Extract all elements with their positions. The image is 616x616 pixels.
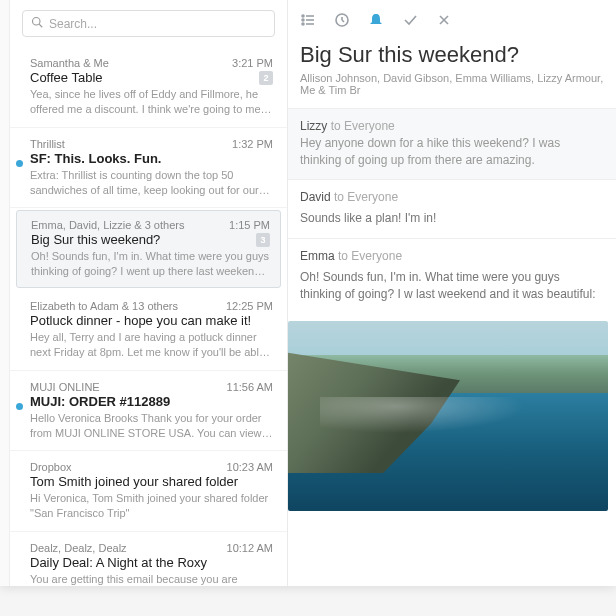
- email-preview: Oh! Sounds fun, I'm in. What time were y…: [31, 249, 270, 279]
- email-time: 1:32 PM: [232, 138, 273, 150]
- message[interactable]: David to EveryoneSounds like a plan! I'm…: [288, 179, 616, 239]
- thread-messages: Lizzy to EveryoneHey anyone down for a h…: [288, 108, 616, 586]
- toolbar: [288, 0, 616, 34]
- email-subject: MUJI: ORDER #112889: [30, 394, 170, 409]
- email-subject: SF: This. Looks. Fun.: [30, 151, 161, 166]
- email-time: 10:23 AM: [227, 461, 273, 473]
- close-icon[interactable]: [436, 12, 452, 28]
- message-header: Lizzy to Everyone: [288, 109, 616, 135]
- message-from: Emma: [300, 249, 338, 263]
- search-icon: [31, 16, 49, 31]
- email-from: Dealz, Dealz, Dealz: [30, 542, 127, 554]
- thread-title: Big Sur this weekend?: [300, 42, 604, 68]
- svg-point-4: [302, 19, 304, 21]
- message-header: Emma to Everyone: [288, 239, 616, 269]
- notify-icon[interactable]: [368, 12, 384, 28]
- content-pane: Big Sur this weekend? Allison Johnson, D…: [288, 0, 616, 586]
- email-item[interactable]: Samantha & Me3:21 PMCoffee Table2Yea, si…: [10, 47, 287, 128]
- email-time: 12:25 PM: [226, 300, 273, 312]
- email-time: 1:15 PM: [229, 219, 270, 231]
- email-item[interactable]: Elizabeth to Adam & 13 others12:25 PMPot…: [10, 290, 287, 371]
- email-item[interactable]: Emma, David, Lizzie & 3 others1:15 PMBig…: [16, 210, 281, 288]
- svg-point-2: [302, 15, 304, 17]
- email-item[interactable]: Thrillist1:32 PMSF: This. Looks. Fun.Ext…: [10, 128, 287, 209]
- email-item[interactable]: Dealz, Dealz, Dealz10:12 AMDaily Deal: A…: [10, 532, 287, 586]
- email-from: Emma, David, Lizzie & 3 others: [31, 219, 184, 231]
- email-subject: Big Sur this weekend?: [31, 232, 160, 247]
- app-window: Samantha & Me3:21 PMCoffee Table2Yea, si…: [0, 0, 616, 586]
- message-header: David to Everyone: [288, 180, 616, 210]
- search-input[interactable]: [49, 17, 266, 31]
- unread-dot-icon: [16, 403, 23, 410]
- email-from: Samantha & Me: [30, 57, 109, 69]
- email-preview: Extra: Thrillist is counting down the to…: [30, 168, 273, 198]
- svg-point-6: [302, 23, 304, 25]
- message-from: David: [300, 190, 334, 204]
- message-image[interactable]: [288, 321, 608, 511]
- email-preview: Hey all, Terry and I are having a potluc…: [30, 330, 273, 360]
- email-list-pane: Samantha & Me3:21 PMCoffee Table2Yea, si…: [10, 0, 288, 586]
- svg-line-10: [342, 20, 344, 22]
- svg-line-1: [39, 24, 42, 27]
- unread-dot-icon: [16, 160, 23, 167]
- message-body: Sounds like a plan! I'm in!: [288, 210, 616, 239]
- email-from: MUJI ONLINE: [30, 381, 100, 393]
- message[interactable]: Emma to EveryoneOh! Sounds fun, I'm in. …: [288, 238, 616, 511]
- list-view-icon[interactable]: [300, 12, 316, 28]
- message-to: to Everyone: [338, 249, 402, 263]
- email-subject: Potluck dinner - hope you can make it!: [30, 313, 251, 328]
- sidebar-stub: [0, 0, 10, 586]
- message-from: Lizzy: [300, 119, 331, 133]
- email-subject: Daily Deal: A Night at the Roxy: [30, 555, 207, 570]
- email-time: 10:12 AM: [227, 542, 273, 554]
- email-preview: You are getting this email because you a…: [30, 572, 273, 586]
- count-badge: 2: [259, 71, 273, 85]
- message-to: to Everyone: [331, 119, 395, 133]
- count-badge: 3: [256, 233, 270, 247]
- snooze-icon[interactable]: [334, 12, 350, 28]
- email-subject: Tom Smith joined your shared folder: [30, 474, 238, 489]
- email-list[interactable]: Samantha & Me3:21 PMCoffee Table2Yea, si…: [10, 47, 287, 586]
- email-from: Elizabeth to Adam & 13 others: [30, 300, 178, 312]
- message[interactable]: Lizzy to EveryoneHey anyone down for a h…: [288, 108, 616, 179]
- message-body: Hey anyone down for a hike this weekend?…: [288, 135, 616, 179]
- email-preview: Yea, since he lives off of Eddy and Fill…: [30, 87, 273, 117]
- message-to: to Everyone: [334, 190, 398, 204]
- svg-point-0: [33, 18, 41, 26]
- email-item[interactable]: Dropbox10:23 AMTom Smith joined your sha…: [10, 451, 287, 532]
- search-wrap: [10, 0, 287, 47]
- done-icon[interactable]: [402, 12, 418, 28]
- email-from: Dropbox: [30, 461, 72, 473]
- email-subject: Coffee Table: [30, 70, 103, 85]
- email-from: Thrillist: [30, 138, 65, 150]
- email-preview: Hello Veronica Brooks Thank you for your…: [30, 411, 273, 441]
- message-body: Oh! Sounds fun, I'm in. What time were y…: [288, 269, 616, 315]
- email-item[interactable]: MUJI ONLINE11:56 AMMUJI: ORDER #112889He…: [10, 371, 287, 452]
- email-time: 3:21 PM: [232, 57, 273, 69]
- search-box[interactable]: [22, 10, 275, 37]
- email-preview: Hi Veronica, Tom Smith joined your share…: [30, 491, 273, 521]
- thread-participants: Allison Johnson, David Gibson, Emma Will…: [300, 72, 604, 96]
- thread-header: Big Sur this weekend? Allison Johnson, D…: [288, 34, 616, 108]
- email-time: 11:56 AM: [227, 381, 273, 393]
